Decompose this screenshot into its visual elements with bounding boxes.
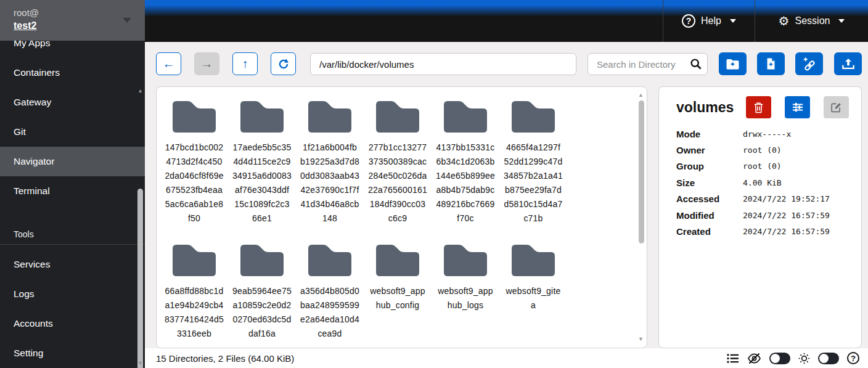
folder-icon: [373, 242, 422, 277]
property-value: drwx-----x: [743, 129, 791, 139]
details-header: volumes: [676, 96, 853, 118]
folder-icon: [305, 98, 354, 133]
sidebar-item-logs[interactable]: Logs: [0, 279, 145, 309]
refresh-button[interactable]: [271, 52, 296, 75]
folder-plus-icon: [726, 58, 740, 70]
property-value: root (0): [743, 162, 782, 171]
files-scroll-up-icon[interactable]: ▲: [638, 92, 644, 98]
upload-button[interactable]: [834, 52, 862, 75]
session-label: Session: [795, 15, 830, 27]
sidebar-item-services[interactable]: Services: [0, 250, 145, 279]
theme-toggle[interactable]: [818, 353, 839, 364]
file-item[interactable]: websoft9_apphub_logs: [436, 242, 495, 341]
back-button[interactable]: ←: [156, 52, 181, 75]
sidebar-nav-main: My AppsContainersGatewayGitNavigatorTerm…: [0, 41, 145, 206]
file-name: 66a8ffd88bc1da1e94b249cb48377416424d5331…: [165, 284, 224, 341]
edit-button[interactable]: [824, 96, 849, 118]
file-plus-icon: [766, 57, 776, 70]
files-scrollbar-thumb[interactable]: [639, 100, 644, 243]
property-label: Group: [676, 161, 743, 171]
file-item[interactable]: 4665f4a1297f52dd1299c47d34857b2a1a41b875…: [504, 98, 563, 226]
sidebar-nav-tools: ServicesLogsAccountsSetting: [0, 250, 145, 368]
files-scroll-down-icon[interactable]: ▼: [638, 337, 644, 342]
property-label: Owner: [676, 145, 743, 155]
details-buttons: [746, 96, 849, 118]
new-file-button[interactable]: [757, 52, 785, 75]
host-link[interactable]: test2: [14, 19, 36, 33]
file-name: websoft9_apphub_logs: [436, 284, 495, 313]
file-item[interactable]: 147bcd1bc0024713d2f4c4502da046cf8f69e675…: [165, 98, 224, 226]
property-row: Created2024/7/22 16:57:59: [676, 223, 853, 239]
property-value: root (0): [743, 145, 782, 155]
file-name: 17aede5b5c354d4d115ce2c934915a6d0083af76…: [232, 141, 292, 226]
file-item[interactable]: websoft9_gitea: [504, 242, 563, 341]
sidebar-item-navigator[interactable]: Navigator: [0, 147, 145, 176]
property-label: Created: [676, 226, 743, 237]
new-folder-button[interactable]: [719, 52, 747, 75]
sidebar-item-terminal[interactable]: Terminal: [0, 176, 145, 206]
sidebar-item-gateway[interactable]: Gateway: [0, 88, 145, 117]
property-value: 4.00 KiB: [743, 178, 782, 187]
details-panel: volumes: [658, 86, 862, 348]
sidebar-item-my-apps[interactable]: My Apps: [0, 41, 145, 58]
folder-icon: [237, 242, 287, 277]
file-name: 277b1cc13277373500389cac284e50c026da22a7…: [368, 141, 427, 226]
user-caret-icon: [123, 18, 131, 23]
show-hidden-toggle[interactable]: [769, 353, 790, 364]
session-menu[interactable]: ⚙ Session: [755, 0, 868, 42]
sidebar: My AppsContainersGatewayGitNavigatorTerm…: [0, 0, 145, 368]
folder-icon: [509, 242, 558, 277]
gear-icon: ⚙: [779, 15, 790, 27]
file-item[interactable]: 4137bb15331c6b34c1d2063b144e65b899eea8b4…: [436, 98, 495, 226]
file-item[interactable]: 9eab5964ee75a10859c2e0d20270ed63dc5ddaf1…: [232, 242, 292, 341]
property-value: 2024/7/22 16:57:59: [743, 211, 830, 220]
link-plus-icon: [802, 57, 816, 71]
arrow-right-icon: →: [201, 57, 213, 71]
forward-button[interactable]: →: [194, 52, 219, 75]
sidebar-item-accounts[interactable]: Accounts: [0, 309, 145, 338]
list-view-icon[interactable]: [726, 353, 739, 364]
file-name: 4665f4a1297f52dd1299c47d34857b2a1a41b875…: [504, 141, 563, 226]
sidebar-item-git[interactable]: Git: [0, 117, 145, 147]
new-link-button[interactable]: [795, 52, 823, 75]
folder-icon: [373, 98, 422, 133]
file-name: 9eab5964ee75a10859c2e0d20270ed63dc5ddaf1…: [232, 284, 292, 341]
search-box: [588, 53, 708, 75]
sliders-icon: [792, 102, 804, 113]
file-panel: 147bcd1bc0024713d2f4c4502da046cf8f69e675…: [156, 86, 647, 348]
theme-sun-icon[interactable]: [798, 353, 810, 364]
sidebar-nav: My AppsContainersGatewayGitNavigatorTerm…: [0, 41, 145, 368]
file-item[interactable]: a356d4b805d0baa248959599e2a64eda10d4cea9…: [300, 242, 359, 341]
path-input[interactable]: [310, 53, 576, 75]
property-label: Mode: [676, 129, 743, 139]
detail-properties: Modedrwx-----xOwnerroot (0)Grouproot (0)…: [676, 126, 853, 240]
up-button[interactable]: ↑: [232, 52, 258, 75]
file-item[interactable]: 17aede5b5c354d4d115ce2c934915a6d0083af76…: [232, 98, 292, 226]
property-value: 2024/7/22 19:52:17: [743, 194, 830, 203]
file-item[interactable]: 66a8ffd88bc1da1e94b249cb48377416424d5331…: [165, 242, 224, 341]
property-row: Size4.00 KiB: [676, 174, 853, 190]
user-block[interactable]: root@ test2: [0, 0, 145, 41]
property-row: Accessed2024/7/22 19:52:17: [676, 191, 853, 207]
file-name: 147bcd1bc0024713d2f4c4502da046cf8f69e675…: [165, 141, 224, 226]
footer: 15 Directories, 2 Files (64.00 KiB) ?: [145, 348, 868, 368]
sidebar-item-setting[interactable]: Setting: [0, 338, 145, 368]
file-grid: 147bcd1bc0024713d2f4c4502da046cf8f69e675…: [157, 87, 647, 348]
file-item[interactable]: 277b1cc13277373500389cac284e50c026da22a7…: [368, 98, 427, 226]
sidebar-scrollbar-thumb[interactable]: [137, 189, 143, 368]
file-item[interactable]: websoft9_apphub_config: [368, 242, 427, 341]
file-name: 4137bb15331c6b34c1d2063b144e65b899eea8b4…: [436, 141, 495, 226]
sidebar-scroll-down-icon[interactable]: ▼: [137, 361, 143, 366]
show-hidden-icon[interactable]: [747, 353, 761, 364]
user-name: root@: [14, 7, 145, 19]
file-item[interactable]: 1f21a6b004fbb19225a3d7d80dd3083aab4342e3…: [300, 98, 359, 226]
sidebar-item-containers[interactable]: Containers: [0, 58, 145, 88]
file-name: websoft9_gitea: [504, 284, 563, 313]
file-name: 1f21a6b004fbb19225a3d7d80dd3083aab4342e3…: [300, 141, 359, 226]
help-label: Help: [701, 15, 721, 27]
help-circle-icon[interactable]: ?: [847, 352, 859, 364]
sidebar-scroll-up-icon[interactable]: ▲: [137, 88, 143, 94]
delete-button[interactable]: [746, 96, 771, 118]
help-menu[interactable]: ? Help: [663, 0, 755, 42]
permissions-button[interactable]: [785, 96, 810, 118]
